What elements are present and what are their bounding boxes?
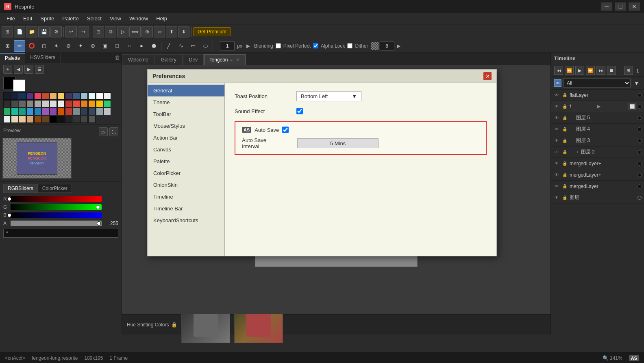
palette-color-cell[interactable] xyxy=(34,116,41,123)
palette-color-cell[interactable] xyxy=(3,92,11,100)
ellipse-tool[interactable]: ○ xyxy=(124,40,135,52)
background-color[interactable] xyxy=(13,79,25,92)
tl-stop-btn[interactable]: ⏹ xyxy=(607,66,616,75)
blue-slider[interactable] xyxy=(11,212,102,218)
palette-color-cell[interactable] xyxy=(42,92,49,100)
ellipse2-tool[interactable]: ⬭ xyxy=(200,40,211,52)
palette-menu-btn[interactable]: ☰ xyxy=(35,65,44,74)
palette-color-cell[interactable] xyxy=(19,92,26,100)
layer-filter-select[interactable]: All xyxy=(563,79,631,87)
lasso-tool[interactable]: ⭕ xyxy=(26,40,37,52)
palette-color-cell[interactable] xyxy=(57,108,65,115)
menu-file[interactable]: File xyxy=(2,14,19,23)
menu-view[interactable]: View xyxy=(106,14,125,23)
toolbar-import-btn[interactable]: ⬇ xyxy=(178,26,189,37)
autosave-checkbox[interactable] xyxy=(282,127,289,133)
autosave-interval-bar[interactable]: 5 Mins xyxy=(297,138,379,148)
palette-color-cell[interactable] xyxy=(96,108,103,115)
blending-checkbox[interactable] xyxy=(276,43,281,48)
toolbar-grid-view-btn[interactable]: ⊡ xyxy=(93,26,104,37)
layer-item-layer5[interactable]: 👁 🔒 图层 5 xyxy=(551,112,644,124)
palette-color-cell[interactable] xyxy=(26,92,34,100)
menu-help[interactable]: Help xyxy=(152,14,171,23)
palette-color-cell[interactable] xyxy=(26,108,34,115)
curve-tool[interactable]: ∿ xyxy=(175,40,187,52)
toolbar-grid-btn[interactable]: ⊞ xyxy=(2,26,13,37)
pencil-tool[interactable]: ✏ xyxy=(14,40,25,52)
layer-item-layer3[interactable]: 👁 🔒 图层 3 xyxy=(551,135,644,147)
toast-position-dropdown[interactable]: Bottom Left ▼ xyxy=(296,91,361,101)
palette-color-cell[interactable] xyxy=(42,116,49,123)
toolbar-tiles-btn[interactable]: ⧉ xyxy=(105,26,116,37)
palette-color-cell[interactable] xyxy=(11,116,18,123)
tl-first-btn[interactable]: ⏮ xyxy=(554,66,563,75)
palette-color-cell[interactable] xyxy=(42,100,49,107)
palette-color-cell[interactable] xyxy=(11,100,18,107)
layer-item-merged3[interactable]: 👁 🔒 mergedLayer xyxy=(551,181,644,192)
palette-color-cell[interactable] xyxy=(88,108,96,115)
tab-fengeon[interactable]: fengeon-··· ✕ xyxy=(204,54,245,65)
menu-window[interactable]: Window xyxy=(125,14,152,23)
palette-prev-btn[interactable]: ◀ xyxy=(14,65,23,74)
sound-effect-checkbox[interactable] xyxy=(296,108,303,114)
tl-grid-btn[interactable]: ⊞ xyxy=(624,66,633,75)
palette-color-cell[interactable] xyxy=(73,100,80,107)
palette-color-cell[interactable] xyxy=(50,92,57,100)
palette-color-cell[interactable] xyxy=(80,92,88,100)
palette-color-cell[interactable] xyxy=(88,100,96,107)
visibility-icon[interactable]: 👁 xyxy=(554,79,561,87)
premium-button[interactable]: Get Premium xyxy=(193,27,231,36)
palette-color-cell[interactable] xyxy=(26,100,34,107)
tab-gallery[interactable]: Gallery xyxy=(155,54,183,65)
tab-color-picker[interactable]: ColorPicker xyxy=(38,184,72,193)
modal-close-button[interactable]: ✕ xyxy=(483,72,492,80)
palette-color-cell[interactable] xyxy=(50,116,57,123)
palette-color-cell[interactable] xyxy=(26,116,34,123)
palette-color-cell[interactable] xyxy=(3,108,11,115)
palette-color-cell[interactable] xyxy=(80,100,88,107)
tab-close-icon[interactable]: ✕ xyxy=(236,57,239,62)
dither-input[interactable] xyxy=(380,42,394,50)
move-tool[interactable]: ⊕ xyxy=(87,40,98,52)
menu-sprite[interactable]: Sprite xyxy=(36,14,58,23)
toolbar-open-btn[interactable]: 📁 xyxy=(26,26,37,37)
nav-timelinebar[interactable]: Timeline Bar xyxy=(148,203,224,214)
palette-color-cell[interactable] xyxy=(88,92,96,100)
layer-item-f[interactable]: 👁 🔒 f ▶ ⬜ xyxy=(551,101,644,112)
layer-item-base[interactable]: 👁 🔒 图层 xyxy=(551,192,644,203)
palette-color-cell[interactable] xyxy=(3,116,11,123)
alpha-slider[interactable] xyxy=(11,221,102,226)
toolbar-new-btn[interactable]: 📄 xyxy=(14,26,25,37)
palette-color-cell[interactable] xyxy=(65,92,72,100)
palette-color-cell[interactable] xyxy=(34,108,41,115)
minimize-button[interactable]: ─ xyxy=(601,2,612,11)
alpha-lock-checkbox[interactable] xyxy=(347,43,352,48)
palette-color-cell[interactable] xyxy=(73,108,80,115)
palette-color-cell[interactable] xyxy=(57,116,65,123)
nav-actionbar[interactable]: Action Bar xyxy=(148,132,224,144)
palette-color-cell[interactable] xyxy=(19,108,26,115)
menu-select[interactable]: Select xyxy=(83,14,106,23)
layer-item-layer2[interactable]: 👁 🔒 ←图层 2 xyxy=(551,147,644,158)
tab-welcome[interactable]: Welcome xyxy=(122,54,154,65)
palette-color-cell[interactable] xyxy=(34,100,41,107)
layer-item-flatlayer[interactable]: 👁 🔒 flatLayer xyxy=(551,90,644,101)
nav-keyboard[interactable]: KeyboardShortcuts xyxy=(148,214,224,226)
eyedropper-tool[interactable]: ✦ xyxy=(75,40,86,52)
rect2-tool[interactable]: ▭ xyxy=(187,40,199,52)
palette-trash-btn[interactable]: 🗑 xyxy=(113,53,122,62)
brush-tool[interactable]: ⬟ xyxy=(148,40,159,52)
palette-color-cell[interactable] xyxy=(19,116,26,123)
palette-next-btn[interactable]: ▶ xyxy=(24,65,33,74)
nav-colorpicker[interactable]: ColorPicker xyxy=(148,167,224,179)
palette-color-cell[interactable] xyxy=(50,108,57,115)
nav-mouse[interactable]: Mouse/Stylus xyxy=(148,120,224,132)
toolbar-anim-btn[interactable]: ▷ xyxy=(117,26,128,37)
tab-rgb-sliders[interactable]: RGBSliders xyxy=(3,184,38,193)
palette-color-cell[interactable] xyxy=(96,100,103,107)
layer-item-merged1[interactable]: 👁 🔒 mergedLayer+ xyxy=(551,158,644,169)
toolbar-ref-btn[interactable]: ⊕ xyxy=(141,26,153,37)
hex-input-bar[interactable]: * xyxy=(3,229,118,238)
nav-toolbar[interactable]: ToolBar xyxy=(148,108,224,120)
line-tool[interactable]: ╱ xyxy=(163,40,174,52)
